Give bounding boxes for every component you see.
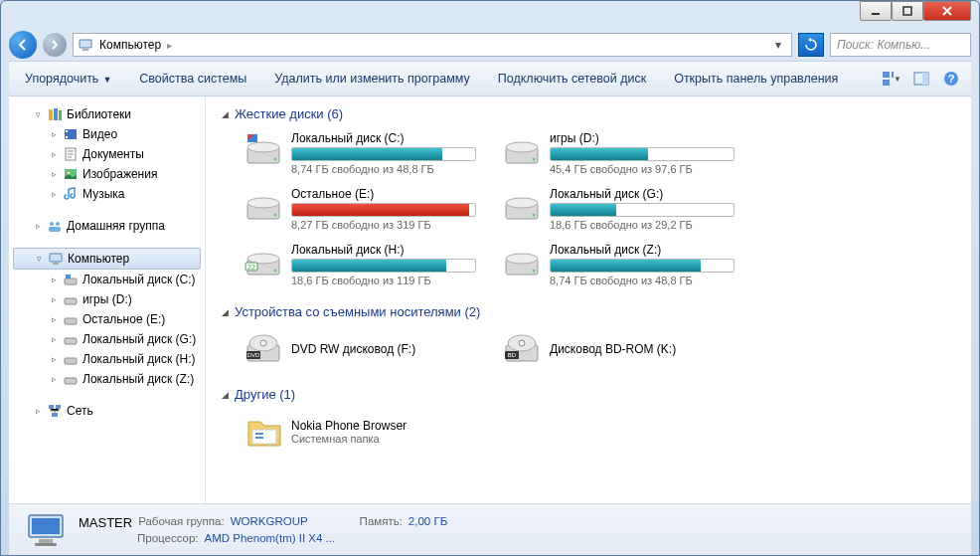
drive-usage-bar <box>550 259 735 273</box>
drive-item[interactable]: Локальный диск (C:)8,74 ГБ свободно из 4… <box>240 127 486 179</box>
svg-text:DVD: DVD <box>247 352 260 358</box>
drive-name: Локальный диск (G:) <box>550 187 740 201</box>
drive-icon <box>502 243 542 282</box>
drive-item[interactable]: Локальный диск (G:)18,6 ГБ свободно из 2… <box>498 183 744 235</box>
section-hdd[interactable]: ◢Жесткие диски (6) <box>222 106 955 121</box>
sidebar-documents[interactable]: ▹Документы <box>9 144 205 164</box>
maximize-button[interactable] <box>892 1 923 21</box>
svg-rect-34 <box>52 413 58 417</box>
details-memory-label: Память: <box>360 515 403 530</box>
breadcrumb-location[interactable]: Компьютер <box>99 38 161 52</box>
svg-point-59 <box>260 340 266 346</box>
navigation-pane: ▿Библиотеки ▹Видео ▹Документы ▹Изображен… <box>9 96 206 503</box>
sidebar-pictures[interactable]: ▹Изображения <box>9 164 205 184</box>
svg-rect-39 <box>247 134 251 138</box>
item-sub: Системная папка <box>291 433 407 445</box>
svg-point-56 <box>533 270 536 273</box>
drive-name: Локальный диск (H:) <box>291 243 482 257</box>
removable-item[interactable]: DVDDVD RW дисковод (F:) <box>240 325 486 373</box>
drive-icon <box>63 272 79 287</box>
drive-icon <box>502 187 542 227</box>
sidebar-homegroup[interactable]: ▹Домашняя группа <box>9 216 205 236</box>
svg-point-42 <box>533 158 536 161</box>
svg-rect-68 <box>255 433 263 435</box>
svg-point-64 <box>519 340 525 346</box>
details-pane: MASTER Рабочая группа: WORKGROUP Память:… <box>9 503 971 555</box>
svg-rect-71 <box>32 518 60 534</box>
sidebar-disk-z[interactable]: ▹Локальный диск (Z:) <box>9 369 205 389</box>
sidebar-video[interactable]: ▹Видео <box>9 124 205 144</box>
sidebar-disk-d[interactable]: ▹игры (D:) <box>9 289 205 309</box>
svg-point-41 <box>506 142 538 152</box>
drive-icon <box>502 131 542 171</box>
drive-usage-bar <box>291 259 476 273</box>
breadcrumb-separator[interactable]: ▸ <box>167 40 172 51</box>
svg-point-20 <box>50 222 54 226</box>
svg-rect-3 <box>82 49 88 51</box>
drive-status: 18,6 ГБ свободно из 29,2 ГБ <box>550 219 740 231</box>
computer-icon <box>78 37 93 53</box>
svg-rect-27 <box>65 298 77 304</box>
other-item[interactable]: Nokia Phone BrowserСистемная папка <box>240 408 486 456</box>
sidebar-music[interactable]: ▹Музыка <box>9 184 205 204</box>
minimize-button[interactable] <box>860 1 892 21</box>
address-dropdown[interactable]: ▾ <box>769 38 787 52</box>
sidebar-disk-e[interactable]: ▹Остальное (E:) <box>9 309 205 329</box>
organize-menu[interactable]: Упорядочить▼ <box>19 68 117 90</box>
preview-pane-icon[interactable] <box>911 69 931 89</box>
details-workgroup: WORKGROUP <box>231 515 308 530</box>
details-workgroup-label: Рабочая группа: <box>138 515 224 530</box>
sidebar-disk-c[interactable]: ▹Локальный диск (C:) <box>9 270 205 289</box>
view-menu-icon[interactable]: ▼ <box>882 69 901 89</box>
drive-icon: 22 <box>244 243 283 282</box>
svg-point-55 <box>506 254 538 264</box>
forward-button[interactable] <box>43 33 67 57</box>
svg-rect-24 <box>53 263 59 265</box>
svg-rect-4 <box>883 72 890 78</box>
back-button[interactable] <box>9 31 37 59</box>
svg-rect-29 <box>65 338 77 344</box>
drive-item[interactable]: Остальное (E:)8,27 ГБ свободно из 319 ГБ <box>240 183 486 235</box>
control-panel-button[interactable]: Открыть панель управления <box>668 68 844 90</box>
help-icon[interactable]: ? <box>941 69 961 89</box>
drive-item[interactable]: Локальный диск (Z:)8,74 ГБ свободно из 4… <box>498 239 744 290</box>
folder-icon <box>244 412 283 452</box>
refresh-button[interactable] <box>798 33 824 57</box>
music-icon <box>63 186 79 202</box>
svg-rect-0 <box>872 13 880 15</box>
drive-item[interactable]: игры (D:)45,4 ГБ свободно из 97,6 ГБ <box>498 127 744 179</box>
drive-status: 45,4 ГБ свободно из 97,6 ГБ <box>550 163 740 175</box>
sidebar-disk-g[interactable]: ▹Локальный диск (G:) <box>9 329 205 349</box>
svg-text:22: 22 <box>247 264 255 271</box>
computer-large-icon <box>25 509 67 551</box>
search-placeholder: Поиск: Компью... <box>837 38 930 52</box>
svg-point-48 <box>533 214 536 217</box>
close-button[interactable] <box>923 1 971 21</box>
section-other[interactable]: ◢Другие (1) <box>222 387 955 402</box>
uninstall-button[interactable]: Удалить или изменить программу <box>268 68 476 90</box>
drive-icon <box>63 291 79 307</box>
address-bar[interactable]: Компьютер ▸ ▾ <box>73 33 792 57</box>
sidebar-computer[interactable]: ▿Компьютер <box>13 248 201 270</box>
svg-rect-28 <box>65 318 77 324</box>
section-removable[interactable]: ◢Устройства со съемными носителями (2) <box>222 304 955 319</box>
optical-drive-icon: DVD <box>244 329 283 369</box>
details-memory: 2,00 ГБ <box>408 515 447 530</box>
details-processor: AMD Phenom(tm) II X4 ... <box>205 532 336 544</box>
sidebar-libraries[interactable]: ▿Библиотеки <box>9 104 205 124</box>
drive-usage-bar <box>291 203 476 217</box>
drive-item[interactable]: 22Локальный диск (H:)18,6 ГБ свободно из… <box>240 239 486 290</box>
svg-point-51 <box>274 270 277 273</box>
svg-rect-31 <box>65 378 77 384</box>
svg-rect-12 <box>54 108 58 120</box>
svg-rect-15 <box>66 130 68 132</box>
sidebar-network[interactable]: ▹Сеть <box>9 401 205 421</box>
svg-rect-73 <box>35 543 57 546</box>
system-properties-button[interactable]: Свойства системы <box>133 68 252 90</box>
drive-icon <box>63 311 79 327</box>
removable-item[interactable]: BDДисковод BD-ROM (K:) <box>498 325 744 373</box>
map-drive-button[interactable]: Подключить сетевой диск <box>492 68 652 90</box>
sidebar-disk-h[interactable]: ▹Локальный диск (H:) <box>9 349 205 369</box>
svg-rect-32 <box>49 405 54 409</box>
search-input[interactable]: Поиск: Компью... <box>830 33 971 57</box>
